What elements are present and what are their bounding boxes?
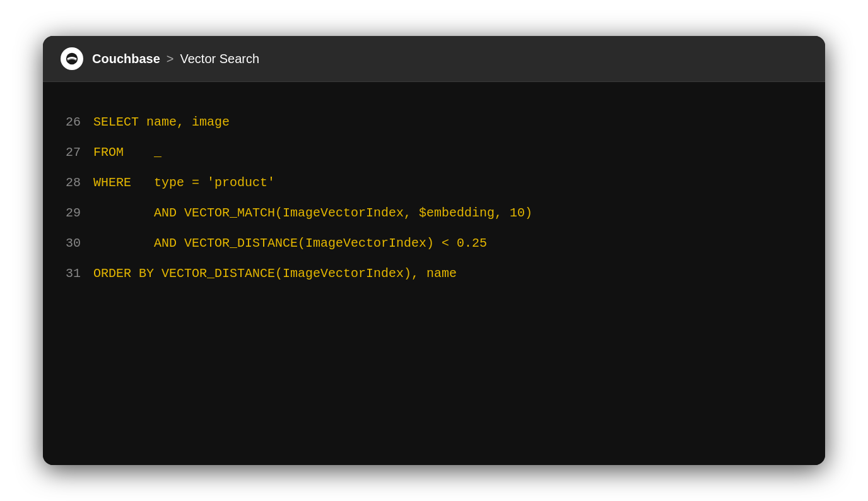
code-content: ORDER BY VECTOR_DISTANCE(ImageVectorInde… bbox=[93, 259, 457, 289]
line-number: 26 bbox=[56, 107, 93, 138]
line-number: 28 bbox=[56, 168, 93, 198]
app-window: Couchbase > Vector Search 26SELECT name,… bbox=[43, 36, 825, 465]
breadcrumb: Couchbase > Vector Search bbox=[92, 52, 259, 66]
code-line: 27FROM _ bbox=[56, 138, 812, 168]
code-content: WHERE type = 'product' bbox=[93, 168, 275, 198]
code-content: SELECT name, image bbox=[93, 107, 230, 138]
couchbase-logo-icon bbox=[61, 47, 83, 70]
code-content: AND VECTOR_MATCH(ImageVectorIndex, $embe… bbox=[93, 198, 532, 228]
line-number: 30 bbox=[56, 228, 93, 259]
page-title: Vector Search bbox=[180, 52, 260, 66]
code-content: AND VECTOR_DISTANCE(ImageVectorIndex) < … bbox=[93, 228, 487, 259]
code-line: 31ORDER BY VECTOR_DISTANCE(ImageVectorIn… bbox=[56, 259, 812, 289]
code-line: 28WHERE type = 'product' bbox=[56, 168, 812, 198]
code-line: 30 AND VECTOR_DISTANCE(ImageVectorIndex)… bbox=[56, 228, 812, 259]
code-line: 29 AND VECTOR_MATCH(ImageVectorIndex, $e… bbox=[56, 198, 812, 228]
breadcrumb-separator: > bbox=[167, 52, 174, 66]
line-number: 27 bbox=[56, 138, 93, 168]
code-editor: 26SELECT name, image27FROM _28WHERE type… bbox=[43, 82, 825, 465]
line-number: 31 bbox=[56, 259, 93, 289]
logo-container bbox=[61, 47, 83, 70]
code-content: FROM _ bbox=[93, 138, 161, 168]
brand-name: Couchbase bbox=[92, 52, 160, 66]
line-number: 29 bbox=[56, 198, 93, 228]
code-line: 26SELECT name, image bbox=[56, 107, 812, 138]
titlebar: Couchbase > Vector Search bbox=[43, 36, 825, 82]
